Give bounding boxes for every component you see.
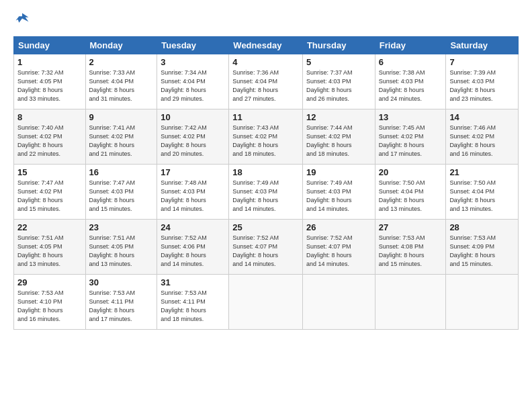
- day-number: 29: [17, 277, 82, 287]
- calendar-day-31: 31Sunrise: 7:53 AM Sunset: 4:11 PM Dayli…: [157, 275, 229, 330]
- day-number: 12: [306, 112, 371, 122]
- day-info: Sunrise: 7:36 AM Sunset: 4:04 PM Dayligh…: [232, 68, 299, 103]
- calendar-day-6: 6Sunrise: 7:38 AM Sunset: 4:03 PM Daylig…: [375, 54, 446, 109]
- empty-cell: [375, 275, 446, 330]
- calendar-day-29: 29Sunrise: 7:53 AM Sunset: 4:10 PM Dayli…: [14, 275, 86, 330]
- calendar-day-20: 20Sunrise: 7:50 AM Sunset: 4:04 PM Dayli…: [375, 165, 446, 220]
- empty-cell: [446, 275, 519, 330]
- day-number: 7: [449, 57, 515, 67]
- day-info: Sunrise: 7:47 AM Sunset: 4:03 PM Dayligh…: [89, 179, 154, 214]
- day-number: 19: [306, 167, 371, 177]
- day-info: Sunrise: 7:40 AM Sunset: 4:02 PM Dayligh…: [17, 124, 82, 158]
- calendar-day-10: 10Sunrise: 7:42 AM Sunset: 4:02 PM Dayli…: [157, 109, 229, 165]
- day-number: 14: [449, 112, 515, 122]
- column-header-tuesday: Tuesday: [157, 37, 229, 54]
- day-info: Sunrise: 7:52 AM Sunset: 4:07 PM Dayligh…: [306, 234, 371, 269]
- calendar-day-30: 30Sunrise: 7:53 AM Sunset: 4:11 PM Dayli…: [85, 275, 157, 330]
- day-number: 16: [89, 167, 154, 177]
- day-number: 9: [89, 112, 154, 122]
- calendar-day-23: 23Sunrise: 7:51 AM Sunset: 4:05 PM Dayli…: [85, 220, 157, 275]
- day-number: 2: [89, 57, 154, 67]
- day-number: 28: [449, 222, 515, 232]
- calendar-week-2: 8Sunrise: 7:40 AM Sunset: 4:02 PM Daylig…: [14, 109, 519, 165]
- empty-cell: [302, 275, 375, 330]
- svg-marker-0: [16, 13, 29, 23]
- day-info: Sunrise: 7:47 AM Sunset: 4:02 PM Dayligh…: [17, 179, 82, 214]
- day-info: Sunrise: 7:45 AM Sunset: 4:02 PM Dayligh…: [379, 124, 443, 158]
- day-number: 10: [161, 112, 225, 122]
- calendar-day-1: 1Sunrise: 7:32 AM Sunset: 4:05 PM Daylig…: [14, 54, 86, 109]
- column-header-wednesday: Wednesday: [229, 37, 303, 54]
- day-info: Sunrise: 7:53 AM Sunset: 4:09 PM Dayligh…: [449, 234, 515, 269]
- day-info: Sunrise: 7:50 AM Sunset: 4:04 PM Dayligh…: [449, 179, 515, 214]
- calendar-week-4: 22Sunrise: 7:51 AM Sunset: 4:05 PM Dayli…: [14, 220, 519, 275]
- calendar-day-22: 22Sunrise: 7:51 AM Sunset: 4:05 PM Dayli…: [14, 220, 86, 275]
- calendar-day-19: 19Sunrise: 7:49 AM Sunset: 4:03 PM Dayli…: [302, 165, 375, 220]
- day-number: 8: [17, 112, 82, 122]
- column-header-saturday: Saturday: [446, 37, 519, 54]
- column-header-monday: Monday: [85, 37, 157, 54]
- calendar-day-27: 27Sunrise: 7:53 AM Sunset: 4:08 PM Dayli…: [375, 220, 446, 275]
- column-header-sunday: Sunday: [14, 37, 86, 54]
- day-info: Sunrise: 7:42 AM Sunset: 4:02 PM Dayligh…: [161, 124, 225, 158]
- day-number: 6: [379, 57, 443, 67]
- calendar-week-1: 1Sunrise: 7:32 AM Sunset: 4:05 PM Daylig…: [14, 54, 519, 109]
- calendar-day-15: 15Sunrise: 7:47 AM Sunset: 4:02 PM Dayli…: [14, 165, 86, 220]
- day-number: 3: [161, 57, 225, 67]
- day-info: Sunrise: 7:34 AM Sunset: 4:04 PM Dayligh…: [161, 68, 225, 103]
- empty-cell: [229, 275, 303, 330]
- calendar-day-25: 25Sunrise: 7:52 AM Sunset: 4:07 PM Dayli…: [229, 220, 303, 275]
- column-header-thursday: Thursday: [302, 37, 375, 54]
- day-number: 13: [379, 112, 443, 122]
- calendar-day-14: 14Sunrise: 7:46 AM Sunset: 4:02 PM Dayli…: [446, 109, 519, 165]
- day-number: 17: [161, 167, 225, 177]
- calendar-day-12: 12Sunrise: 7:44 AM Sunset: 4:02 PM Dayli…: [302, 109, 375, 165]
- day-info: Sunrise: 7:51 AM Sunset: 4:05 PM Dayligh…: [17, 234, 82, 269]
- day-info: Sunrise: 7:37 AM Sunset: 4:03 PM Dayligh…: [306, 68, 371, 103]
- day-info: Sunrise: 7:39 AM Sunset: 4:03 PM Dayligh…: [449, 68, 515, 103]
- calendar-day-16: 16Sunrise: 7:47 AM Sunset: 4:03 PM Dayli…: [85, 165, 157, 220]
- day-number: 15: [17, 167, 82, 177]
- calendar-day-2: 2Sunrise: 7:33 AM Sunset: 4:04 PM Daylig…: [85, 54, 157, 109]
- day-number: 11: [232, 112, 299, 122]
- day-info: Sunrise: 7:49 AM Sunset: 4:03 PM Dayligh…: [306, 179, 371, 214]
- calendar-day-24: 24Sunrise: 7:52 AM Sunset: 4:06 PM Dayli…: [157, 220, 229, 275]
- calendar-day-3: 3Sunrise: 7:34 AM Sunset: 4:04 PM Daylig…: [157, 54, 229, 109]
- calendar-day-4: 4Sunrise: 7:36 AM Sunset: 4:04 PM Daylig…: [229, 54, 303, 109]
- day-info: Sunrise: 7:32 AM Sunset: 4:05 PM Dayligh…: [17, 68, 82, 103]
- day-info: Sunrise: 7:46 AM Sunset: 4:02 PM Dayligh…: [449, 124, 515, 158]
- day-info: Sunrise: 7:53 AM Sunset: 4:11 PM Dayligh…: [161, 289, 225, 324]
- calendar-day-28: 28Sunrise: 7:53 AM Sunset: 4:09 PM Dayli…: [446, 220, 519, 275]
- calendar-day-26: 26Sunrise: 7:52 AM Sunset: 4:07 PM Dayli…: [302, 220, 375, 275]
- calendar-week-5: 29Sunrise: 7:53 AM Sunset: 4:10 PM Dayli…: [14, 275, 519, 330]
- calendar-day-5: 5Sunrise: 7:37 AM Sunset: 4:03 PM Daylig…: [302, 54, 375, 109]
- calendar-day-9: 9Sunrise: 7:41 AM Sunset: 4:02 PM Daylig…: [85, 109, 157, 165]
- day-info: Sunrise: 7:48 AM Sunset: 4:03 PM Dayligh…: [161, 179, 225, 214]
- day-number: 22: [17, 222, 82, 232]
- column-header-friday: Friday: [375, 37, 446, 54]
- day-info: Sunrise: 7:53 AM Sunset: 4:10 PM Dayligh…: [17, 289, 82, 324]
- day-number: 5: [306, 57, 371, 67]
- day-number: 25: [232, 222, 299, 232]
- logo-bird-icon: [15, 12, 30, 27]
- calendar-day-7: 7Sunrise: 7:39 AM Sunset: 4:03 PM Daylig…: [446, 54, 519, 109]
- day-number: 23: [89, 222, 154, 232]
- day-info: Sunrise: 7:38 AM Sunset: 4:03 PM Dayligh…: [379, 68, 443, 103]
- calendar-day-17: 17Sunrise: 7:48 AM Sunset: 4:03 PM Dayli…: [157, 165, 229, 220]
- day-number: 1: [17, 57, 82, 67]
- calendar-day-21: 21Sunrise: 7:50 AM Sunset: 4:04 PM Dayli…: [446, 165, 519, 220]
- page: SundayMondayTuesdayWednesdayThursdayFrid…: [0, 0, 532, 336]
- calendar-table: SundayMondayTuesdayWednesdayThursdayFrid…: [13, 36, 519, 330]
- day-number: 31: [161, 277, 225, 287]
- day-number: 30: [89, 277, 154, 287]
- day-info: Sunrise: 7:49 AM Sunset: 4:03 PM Dayligh…: [232, 179, 299, 214]
- day-info: Sunrise: 7:50 AM Sunset: 4:04 PM Dayligh…: [379, 179, 443, 214]
- day-info: Sunrise: 7:52 AM Sunset: 4:07 PM Dayligh…: [232, 234, 299, 269]
- calendar-week-3: 15Sunrise: 7:47 AM Sunset: 4:02 PM Dayli…: [14, 165, 519, 220]
- day-number: 24: [161, 222, 225, 232]
- day-info: Sunrise: 7:43 AM Sunset: 4:02 PM Dayligh…: [232, 124, 299, 158]
- day-number: 18: [232, 167, 299, 177]
- calendar-day-11: 11Sunrise: 7:43 AM Sunset: 4:02 PM Dayli…: [229, 109, 303, 165]
- calendar-day-8: 8Sunrise: 7:40 AM Sunset: 4:02 PM Daylig…: [14, 109, 86, 165]
- header: [13, 12, 519, 30]
